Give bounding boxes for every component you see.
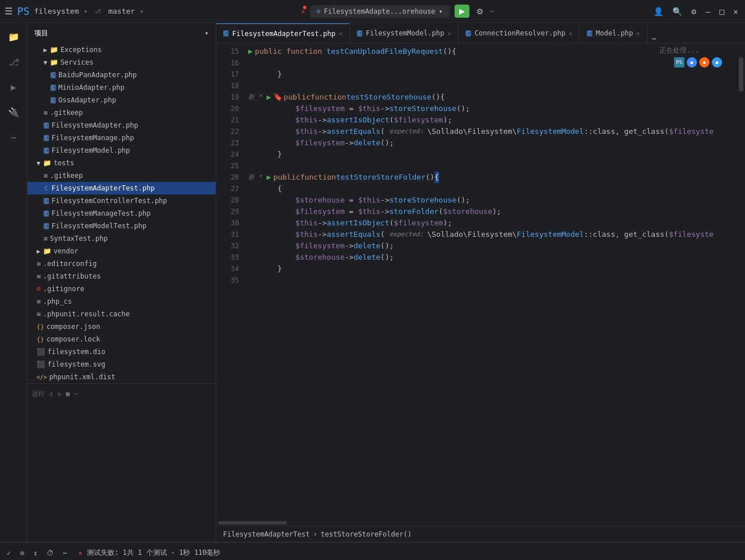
h-scroll-thumb[interactable] — [218, 521, 287, 525]
file-filesystem-manage-test[interactable]: C FilesystemManageTest.php — [27, 207, 216, 220]
activity-bar: 📁 ⎇ ▶ 🔌 ⋯ — [0, 23, 27, 542]
code-line-21: $this->assertIsObject($filesystem); — [244, 114, 737, 126]
browser-icons: PS ● ● ● — [674, 57, 722, 67]
run-gutter-15[interactable]: ▶ — [248, 46, 253, 57]
run-label-toolbar[interactable]: 运行 — [32, 390, 45, 398]
exceptions-label: Exceptions — [61, 46, 102, 54]
tab-model[interactable]: C Model.php ✕ — [580, 23, 647, 43]
run-gutter-26[interactable]: ▶ — [266, 172, 271, 183]
run-activity-icon[interactable]: ▶ — [5, 78, 23, 96]
check-icon[interactable]: ✓ — [5, 548, 13, 558]
folder-exceptions[interactable]: ▶ 📁 Exceptions — [27, 43, 216, 56]
folder-vendor[interactable]: ▶ 📁 vendor — [27, 245, 216, 257]
file-minio[interactable]: C MinioAdapter.php — [27, 81, 216, 94]
tab-connection-resolver[interactable]: C ConnectionResolver.php ✕ — [459, 23, 580, 43]
test-fail-indicator: ✕ — [78, 549, 82, 557]
file-phpunit-xml[interactable]: </> phpunit.xml.dist — [27, 371, 216, 383]
run-gutter-19[interactable]: ▶ — [266, 92, 271, 103]
skip-icon[interactable]: ⊘ — [18, 548, 26, 558]
plugins-icon[interactable]: ⚙ — [689, 5, 698, 18]
file-filesystem-controller-test[interactable]: C FilesystemControllerTest.php — [27, 194, 216, 207]
code-line-27: { — [244, 183, 737, 194]
folder-tests[interactable]: ▼ 📁 tests — [27, 157, 216, 169]
close-button[interactable]: ✕ — [731, 5, 740, 18]
file-filesystem-svg[interactable]: ⬛ filesystem.svg — [27, 358, 216, 371]
maximize-button[interactable]: □ — [717, 5, 726, 18]
file-gitattributes[interactable]: ≡ .gitattributes — [27, 270, 216, 283]
file-panel-toolbar: 运行 ↺ ↻ ■ ⋯ — [27, 383, 216, 404]
composer-json-label: composer.json — [46, 323, 100, 331]
clock-icon[interactable]: ⏱ — [45, 548, 56, 558]
file-composer-json[interactable]: {} composer.json — [27, 320, 216, 333]
file-oss[interactable]: C OssAdapter.php — [27, 94, 216, 106]
reload-icon[interactable]: ↺ — [49, 390, 53, 398]
tab-icon-2: C — [357, 30, 362, 37]
file-syntax-test[interactable]: ≡ SyntaxTest.php — [27, 232, 216, 245]
file-baidupan[interactable]: C BaiduPanAdapter.php — [27, 69, 216, 81]
tab-close-4[interactable]: ✕ — [636, 30, 640, 37]
code-line-17: } — [244, 69, 737, 80]
file-filesystem-adapter-test[interactable]: C FilesystemAdapterTest.php — [27, 182, 216, 194]
breadcrumb-part1: FilesystemAdapterTest — [223, 530, 310, 538]
file-filesystem-adapter[interactable]: C FilesystemAdapter.php — [27, 119, 216, 132]
file-gitignore[interactable]: ⊘ .gitignore — [27, 283, 216, 295]
run-config-selector[interactable]: ⚙ FilesystemAdapte...orehouse ▾ — [310, 5, 449, 18]
more-run-options[interactable]: ⋯ — [491, 7, 495, 15]
file-gitkeep-1[interactable]: ≡ .gitkeep — [27, 106, 216, 119]
config-icon: ⚙ — [317, 8, 320, 14]
sync-icon[interactable]: ↻ — [58, 390, 62, 398]
file-php-cs[interactable]: ≡ .php_cs — [27, 295, 216, 308]
tab-close-2[interactable]: ✕ — [448, 30, 451, 37]
code-line-28: $storehouse = $this->storeStorehouse(); — [244, 194, 737, 206]
settings-button[interactable]: ⚙ — [474, 5, 486, 18]
file-gitkeep-2[interactable]: ≡ .gitkeep — [27, 169, 216, 182]
code-editor[interactable]: ▶ public function testCanUploadFileByReq… — [244, 43, 737, 520]
more-activity-icon[interactable]: ⋯ — [5, 128, 23, 146]
folder-activity-icon[interactable]: 📁 — [5, 27, 23, 46]
bottom-toolbar: ✓ ⊘ ↕ ⏱ ⋯ ✕ 测试失败: 1共 1 个测试 - 1秒 110毫秒 — [0, 543, 745, 560]
vcs-activity-icon[interactable]: ⎇ — [5, 53, 23, 71]
file-filesystem-model[interactable]: C FilesystemModel.php — [27, 144, 216, 157]
tab-more-button[interactable]: ⋯ — [647, 35, 660, 43]
php-icon-fs-ctrl-test: C — [43, 198, 49, 204]
minimize-button[interactable]: — — [703, 5, 712, 18]
file-filesystem-manage[interactable]: C FilesystemManage.php — [27, 132, 216, 144]
toolbar-more-icon[interactable]: ⋯ — [74, 390, 78, 398]
project-dropdown-icon[interactable]: ▾ — [83, 7, 87, 15]
menu-icon[interactable]: ☰ — [5, 6, 13, 17]
account-icon[interactable]: 👤 — [651, 5, 666, 18]
project-header-dropdown[interactable]: ▾ — [205, 29, 209, 37]
xml-icon-phpunit: </> — [37, 374, 47, 380]
fs-manage-label: FilesystemManage.php — [51, 134, 134, 142]
run-button[interactable]: ▶ — [455, 5, 469, 18]
tab-filesystem-model[interactable]: C FilesystemModel.php ✕ — [350, 23, 459, 43]
gitignore-label: .gitignore — [43, 285, 84, 293]
file-composer-lock[interactable]: {} composer.lock — [27, 333, 216, 345]
tab-label-3: ConnectionResolver.php — [475, 29, 565, 37]
code-line-16 — [244, 57, 737, 69]
file-icon-svg: ⬛ — [37, 360, 45, 368]
branch-name[interactable]: master — [108, 7, 135, 15]
branch-dropdown-icon[interactable]: ▾ — [140, 7, 144, 15]
folder-services[interactable]: ▼ 📁 Services — [27, 56, 216, 69]
file-filesystem-dio[interactable]: ⬛ filesystem.dio — [27, 345, 216, 358]
file-phpunit-cache[interactable]: ≡ .phpunit.result.cache — [27, 308, 216, 320]
file-icon-dio: ⬛ — [37, 348, 45, 356]
stop-icon[interactable]: ■ — [66, 390, 70, 398]
fs-model-label: FilesystemModel.php — [51, 146, 130, 154]
tab-filesystem-adapter-test[interactable]: C FilesystemAdapterTest.php ✕ — [216, 23, 350, 43]
editor-vertical-scroll[interactable] — [737, 43, 745, 520]
file-editorconfig[interactable]: ≡ .editorconfig — [27, 257, 216, 270]
tab-icon-3: C — [465, 30, 471, 37]
scroll-thumb[interactable] — [739, 57, 743, 92]
horizontal-scroll[interactable] — [216, 520, 745, 526]
sort-icon[interactable]: ↕ — [31, 548, 39, 558]
search-title-icon[interactable]: 🔍 — [670, 5, 684, 18]
tab-close-3[interactable]: ✕ — [569, 30, 572, 37]
extensions-activity-icon[interactable]: 🔌 — [5, 103, 23, 121]
fs-adapter-label: FilesystemAdapter.php — [51, 121, 138, 129]
project-name[interactable]: filesystem — [34, 7, 79, 15]
tab-close-1[interactable]: ✕ — [339, 30, 342, 37]
bottom-more-icon[interactable]: ⋯ — [61, 548, 69, 558]
file-filesystem-model-test[interactable]: C FilesystemModelTest.php — [27, 220, 216, 232]
